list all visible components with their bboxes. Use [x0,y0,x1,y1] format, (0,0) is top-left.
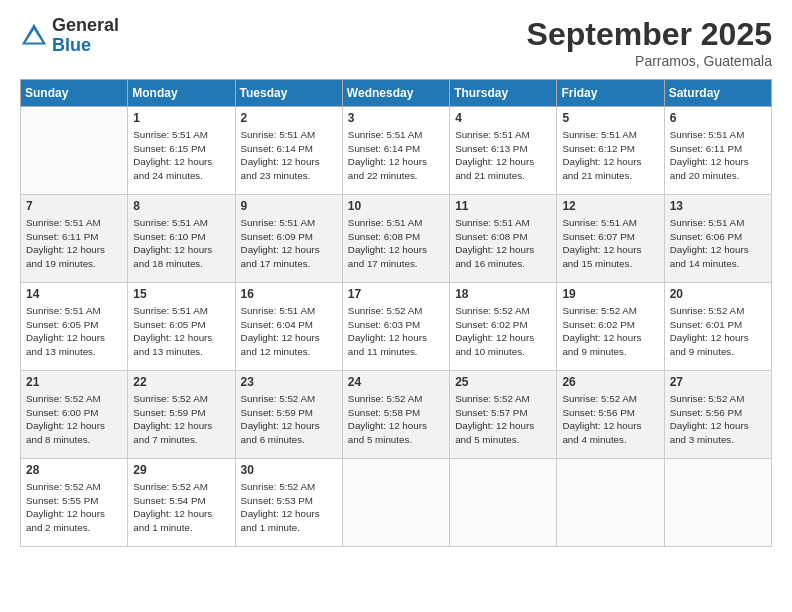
day-number: 30 [241,463,337,477]
day-info: Sunrise: 5:51 AM Sunset: 6:05 PM Dayligh… [26,304,122,359]
calendar-cell: 9Sunrise: 5:51 AM Sunset: 6:09 PM Daylig… [235,195,342,283]
day-number: 21 [26,375,122,389]
calendar-body: 1Sunrise: 5:51 AM Sunset: 6:15 PM Daylig… [21,107,772,547]
calendar-cell: 7Sunrise: 5:51 AM Sunset: 6:11 PM Daylig… [21,195,128,283]
calendar-cell [664,459,771,547]
calendar-cell [21,107,128,195]
logo-text: General Blue [52,16,119,56]
day-number: 17 [348,287,444,301]
day-info: Sunrise: 5:52 AM Sunset: 5:59 PM Dayligh… [241,392,337,447]
day-number: 5 [562,111,658,125]
calendar-cell: 24Sunrise: 5:52 AM Sunset: 5:58 PM Dayli… [342,371,449,459]
header-row: SundayMondayTuesdayWednesdayThursdayFrid… [21,80,772,107]
calendar-cell: 5Sunrise: 5:51 AM Sunset: 6:12 PM Daylig… [557,107,664,195]
calendar-cell: 27Sunrise: 5:52 AM Sunset: 5:56 PM Dayli… [664,371,771,459]
day-info: Sunrise: 5:52 AM Sunset: 5:58 PM Dayligh… [348,392,444,447]
day-info: Sunrise: 5:52 AM Sunset: 5:55 PM Dayligh… [26,480,122,535]
calendar-cell: 10Sunrise: 5:51 AM Sunset: 6:08 PM Dayli… [342,195,449,283]
day-number: 1 [133,111,229,125]
calendar-cell: 22Sunrise: 5:52 AM Sunset: 5:59 PM Dayli… [128,371,235,459]
calendar-cell: 16Sunrise: 5:51 AM Sunset: 6:04 PM Dayli… [235,283,342,371]
logo: General Blue [20,16,119,56]
day-info: Sunrise: 5:52 AM Sunset: 6:01 PM Dayligh… [670,304,766,359]
day-number: 7 [26,199,122,213]
day-info: Sunrise: 5:52 AM Sunset: 5:56 PM Dayligh… [670,392,766,447]
day-number: 29 [133,463,229,477]
day-info: Sunrise: 5:51 AM Sunset: 6:08 PM Dayligh… [455,216,551,271]
calendar-cell: 13Sunrise: 5:51 AM Sunset: 6:06 PM Dayli… [664,195,771,283]
day-number: 23 [241,375,337,389]
calendar-table: SundayMondayTuesdayWednesdayThursdayFrid… [20,79,772,547]
day-info: Sunrise: 5:51 AM Sunset: 6:11 PM Dayligh… [670,128,766,183]
calendar-cell: 3Sunrise: 5:51 AM Sunset: 6:14 PM Daylig… [342,107,449,195]
calendar-cell: 25Sunrise: 5:52 AM Sunset: 5:57 PM Dayli… [450,371,557,459]
logo-icon [20,22,48,50]
calendar-week-3: 14Sunrise: 5:51 AM Sunset: 6:05 PM Dayli… [21,283,772,371]
day-number: 20 [670,287,766,301]
calendar-week-4: 21Sunrise: 5:52 AM Sunset: 6:00 PM Dayli… [21,371,772,459]
day-info: Sunrise: 5:51 AM Sunset: 6:05 PM Dayligh… [133,304,229,359]
day-number: 28 [26,463,122,477]
calendar-cell: 29Sunrise: 5:52 AM Sunset: 5:54 PM Dayli… [128,459,235,547]
calendar-cell: 18Sunrise: 5:52 AM Sunset: 6:02 PM Dayli… [450,283,557,371]
day-number: 16 [241,287,337,301]
calendar-cell: 2Sunrise: 5:51 AM Sunset: 6:14 PM Daylig… [235,107,342,195]
header-day-tuesday: Tuesday [235,80,342,107]
day-number: 27 [670,375,766,389]
header-day-sunday: Sunday [21,80,128,107]
calendar-cell: 19Sunrise: 5:52 AM Sunset: 6:02 PM Dayli… [557,283,664,371]
day-number: 12 [562,199,658,213]
day-info: Sunrise: 5:51 AM Sunset: 6:14 PM Dayligh… [241,128,337,183]
calendar-cell: 11Sunrise: 5:51 AM Sunset: 6:08 PM Dayli… [450,195,557,283]
day-info: Sunrise: 5:51 AM Sunset: 6:12 PM Dayligh… [562,128,658,183]
day-info: Sunrise: 5:51 AM Sunset: 6:14 PM Dayligh… [348,128,444,183]
calendar-cell: 15Sunrise: 5:51 AM Sunset: 6:05 PM Dayli… [128,283,235,371]
calendar-cell: 4Sunrise: 5:51 AM Sunset: 6:13 PM Daylig… [450,107,557,195]
calendar-cell: 23Sunrise: 5:52 AM Sunset: 5:59 PM Dayli… [235,371,342,459]
day-number: 22 [133,375,229,389]
day-number: 24 [348,375,444,389]
day-info: Sunrise: 5:52 AM Sunset: 6:00 PM Dayligh… [26,392,122,447]
page-header: General Blue September 2025 Parramos, Gu… [20,16,772,69]
day-number: 11 [455,199,551,213]
day-number: 6 [670,111,766,125]
day-info: Sunrise: 5:51 AM Sunset: 6:04 PM Dayligh… [241,304,337,359]
calendar-cell: 8Sunrise: 5:51 AM Sunset: 6:10 PM Daylig… [128,195,235,283]
calendar-cell: 28Sunrise: 5:52 AM Sunset: 5:55 PM Dayli… [21,459,128,547]
day-number: 19 [562,287,658,301]
logo-blue: Blue [52,36,119,56]
header-day-thursday: Thursday [450,80,557,107]
calendar-header: SundayMondayTuesdayWednesdayThursdayFrid… [21,80,772,107]
day-info: Sunrise: 5:51 AM Sunset: 6:15 PM Dayligh… [133,128,229,183]
day-number: 3 [348,111,444,125]
calendar-cell: 21Sunrise: 5:52 AM Sunset: 6:00 PM Dayli… [21,371,128,459]
day-number: 2 [241,111,337,125]
day-number: 10 [348,199,444,213]
title-block: September 2025 Parramos, Guatemala [527,16,772,69]
calendar-cell: 26Sunrise: 5:52 AM Sunset: 5:56 PM Dayli… [557,371,664,459]
day-info: Sunrise: 5:51 AM Sunset: 6:08 PM Dayligh… [348,216,444,271]
calendar-week-2: 7Sunrise: 5:51 AM Sunset: 6:11 PM Daylig… [21,195,772,283]
logo-general: General [52,16,119,36]
day-number: 4 [455,111,551,125]
header-day-saturday: Saturday [664,80,771,107]
header-day-monday: Monday [128,80,235,107]
day-info: Sunrise: 5:51 AM Sunset: 6:07 PM Dayligh… [562,216,658,271]
day-info: Sunrise: 5:51 AM Sunset: 6:06 PM Dayligh… [670,216,766,271]
calendar-cell: 17Sunrise: 5:52 AM Sunset: 6:03 PM Dayli… [342,283,449,371]
calendar-cell: 12Sunrise: 5:51 AM Sunset: 6:07 PM Dayli… [557,195,664,283]
calendar-cell: 30Sunrise: 5:52 AM Sunset: 5:53 PM Dayli… [235,459,342,547]
calendar-cell [342,459,449,547]
day-info: Sunrise: 5:51 AM Sunset: 6:09 PM Dayligh… [241,216,337,271]
calendar-cell: 20Sunrise: 5:52 AM Sunset: 6:01 PM Dayli… [664,283,771,371]
day-info: Sunrise: 5:52 AM Sunset: 6:02 PM Dayligh… [455,304,551,359]
header-day-friday: Friday [557,80,664,107]
day-number: 9 [241,199,337,213]
day-info: Sunrise: 5:52 AM Sunset: 5:56 PM Dayligh… [562,392,658,447]
day-number: 25 [455,375,551,389]
day-info: Sunrise: 5:52 AM Sunset: 5:57 PM Dayligh… [455,392,551,447]
day-info: Sunrise: 5:52 AM Sunset: 6:02 PM Dayligh… [562,304,658,359]
day-number: 8 [133,199,229,213]
day-number: 15 [133,287,229,301]
calendar-cell: 6Sunrise: 5:51 AM Sunset: 6:11 PM Daylig… [664,107,771,195]
